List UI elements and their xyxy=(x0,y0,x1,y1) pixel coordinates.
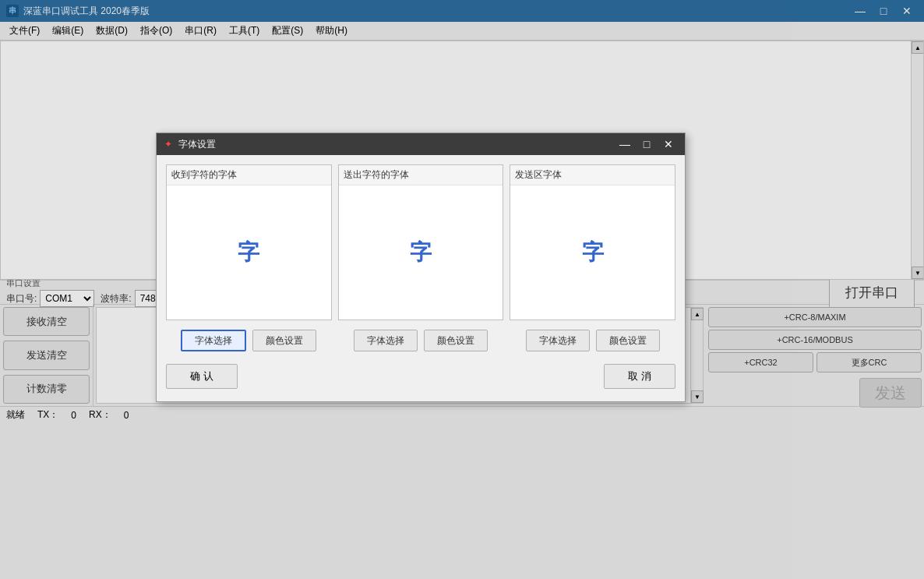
color-set-btn-2[interactable]: 颜色设置 xyxy=(424,330,488,351)
font-settings-dialog: ✦ 字体设置 — □ ✕ 收到字符的字体 字 送出字符的字体 字 xyxy=(156,132,686,402)
font-panel-sendarea-label: 发送区字体 xyxy=(510,165,675,185)
font-panel-receive-preview: 字 xyxy=(167,185,331,320)
font-col-btns-2: 字体选择 颜色设置 xyxy=(338,330,504,351)
modal-overlay: ✦ 字体设置 — □ ✕ 收到字符的字体 字 送出字符的字体 字 xyxy=(0,0,924,579)
font-col-btns-1: 字体选择 颜色设置 xyxy=(166,330,332,351)
font-select-btn-2[interactable]: 字体选择 xyxy=(354,330,418,351)
dialog-title-bar: ✦ 字体设置 — □ ✕ xyxy=(157,133,685,155)
dialog-title: 字体设置 xyxy=(178,138,216,151)
font-btn-row: 字体选择 颜色设置 字体选择 颜色设置 字体选择 颜色设置 xyxy=(166,330,675,351)
font-panel-sendout-preview: 字 xyxy=(339,185,503,320)
font-panel-send-out: 送出字符的字体 字 xyxy=(338,164,504,320)
confirm-button[interactable]: 确 认 xyxy=(166,364,238,389)
font-select-btn-3[interactable]: 字体选择 xyxy=(526,330,590,351)
font-select-btn-1[interactable]: 字体选择 xyxy=(181,330,246,351)
dialog-content: 收到字符的字体 字 送出字符的字体 字 发送区字体 字 字体选择 颜色设置 xyxy=(157,155,685,401)
font-col-btns-3: 字体选择 颜色设置 xyxy=(510,330,675,351)
font-panel-sendout-label: 送出字符的字体 xyxy=(339,165,503,185)
font-panel-receive-label: 收到字符的字体 xyxy=(167,165,331,185)
cancel-button[interactable]: 取 消 xyxy=(604,364,675,389)
font-panel-receive: 收到字符的字体 字 xyxy=(166,164,332,320)
font-panel-send-area: 发送区字体 字 xyxy=(510,164,675,320)
color-set-btn-3[interactable]: 颜色设置 xyxy=(596,330,660,351)
dialog-minimize-button[interactable]: — xyxy=(615,136,635,152)
color-set-btn-1[interactable]: 颜色设置 xyxy=(252,330,316,351)
dialog-icon: ✦ xyxy=(163,139,174,150)
dialog-maximize-button[interactable]: □ xyxy=(637,136,657,152)
dialog-close-button[interactable]: ✕ xyxy=(658,136,679,152)
font-panels: 收到字符的字体 字 送出字符的字体 字 发送区字体 字 xyxy=(166,164,675,320)
dialog-title-left: ✦ 字体设置 xyxy=(163,138,216,151)
font-panel-sendarea-preview: 字 xyxy=(510,185,675,320)
dialog-controls: — □ ✕ xyxy=(615,136,679,152)
dialog-footer: 确 认 取 消 xyxy=(166,361,675,392)
